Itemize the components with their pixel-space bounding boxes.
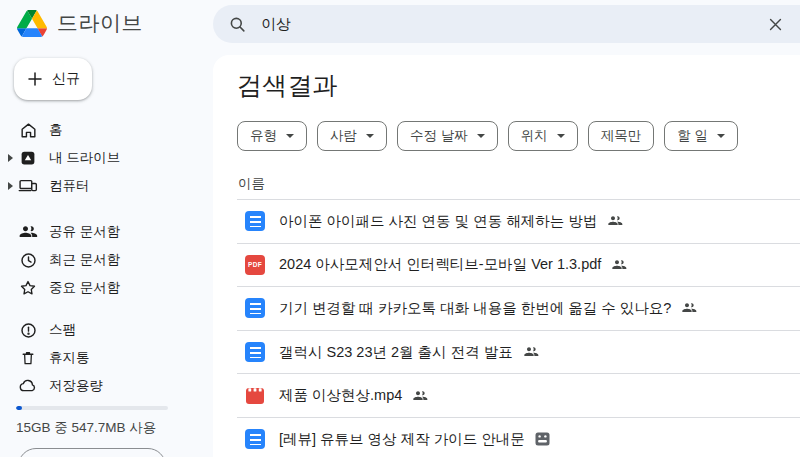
google-docs-icon bbox=[245, 342, 265, 362]
filter-chip-title-only[interactable]: 제목만 bbox=[588, 121, 655, 151]
google-docs-icon bbox=[245, 211, 265, 231]
device-badge-icon bbox=[535, 432, 550, 446]
sidebar-item-computers[interactable]: 컴퓨터 bbox=[0, 172, 213, 200]
sidebar-item-label: 휴지통 bbox=[49, 349, 90, 367]
google-drive-app: 드라이브 신규 bbox=[0, 0, 800, 457]
my-drive-icon bbox=[18, 148, 38, 168]
name-column-header[interactable]: 이름 bbox=[237, 175, 265, 193]
drive-home-link[interactable]: 드라이브 bbox=[0, 9, 213, 37]
chevron-down-icon bbox=[366, 134, 374, 138]
file-row[interactable]: 기기 변경할 때 카카오톡 대화 내용을 한번에 옮길 수 있나요? bbox=[237, 287, 800, 331]
filter-chip-todo[interactable]: 할 일 bbox=[664, 121, 738, 151]
sidebar-item-label: 스팸 bbox=[49, 321, 76, 339]
new-button[interactable]: 신규 bbox=[14, 58, 92, 100]
storage-progress-bar bbox=[16, 406, 168, 410]
search-results-list: 이름 아이폰 아이패드 사진 연동 및 연동 해제하는 방법 PDF bbox=[237, 174, 800, 457]
sidebar-item-label: 저장용량 bbox=[49, 377, 103, 395]
nav-group-secondary: 공유 문서함 최근 문서함 bbox=[0, 218, 213, 302]
video-icon bbox=[245, 386, 265, 406]
chevron-down-icon bbox=[477, 134, 485, 138]
sidebar-item-label: 내 드라이브 bbox=[49, 149, 120, 167]
chip-label: 제목만 bbox=[601, 127, 642, 145]
file-name: 아이폰 아이패드 사진 연동 및 연동 해제하는 방법 bbox=[279, 212, 597, 231]
shared-users-icon bbox=[607, 213, 623, 229]
chip-label: 사람 bbox=[330, 127, 357, 145]
sidebar-item-label: 중요 문서함 bbox=[49, 279, 120, 297]
sidebar-item-home[interactable]: 홈 bbox=[0, 116, 213, 144]
google-docs-icon bbox=[245, 429, 265, 449]
pdf-icon: PDF bbox=[245, 255, 265, 275]
file-row[interactable]: 아이폰 아이패드 사진 연동 및 연동 해제하는 방법 bbox=[237, 200, 800, 244]
close-icon[interactable] bbox=[767, 16, 784, 33]
page-title: 검색결과 bbox=[237, 69, 800, 102]
chevron-down-icon bbox=[557, 134, 565, 138]
search-input[interactable] bbox=[261, 16, 767, 33]
sidebar-item-spam[interactable]: 스팸 bbox=[0, 316, 213, 344]
star-icon bbox=[18, 278, 38, 298]
new-button-label: 신규 bbox=[52, 70, 80, 88]
file-rows: 아이폰 아이패드 사진 연동 및 연동 해제하는 방법 PDF 2024 아사모… bbox=[237, 199, 800, 457]
file-name: 2024 아사모제안서 인터렉티브-모바일 Ver 1.3.pdf bbox=[279, 255, 601, 274]
nav-group-tertiary: 스팸 휴지통 bbox=[0, 316, 213, 400]
file-row[interactable]: 갤럭시 S23 23년 2월 출시 전격 발표 bbox=[237, 331, 800, 375]
filter-chip-modified[interactable]: 수정 날짜 bbox=[397, 121, 498, 151]
cloud-icon bbox=[18, 376, 38, 396]
storage-progress-fill bbox=[16, 406, 22, 410]
trash-icon bbox=[18, 348, 38, 368]
file-name: 제품 이상현상.mp4 bbox=[279, 386, 402, 405]
shared-users-icon bbox=[412, 388, 428, 404]
storage-usage-text: 15GB 중 547.7MB 사용 bbox=[16, 419, 168, 437]
sidebar-item-label: 최근 문서함 bbox=[49, 251, 120, 269]
filter-chip-people[interactable]: 사람 bbox=[317, 121, 387, 151]
sidebar-item-starred[interactable]: 중요 문서함 bbox=[0, 274, 213, 302]
file-name: 기기 변경할 때 카카오톡 대화 내용을 한번에 옮길 수 있나요? bbox=[279, 299, 671, 318]
file-row[interactable]: 제품 이상현상.mp4 bbox=[237, 374, 800, 418]
chevron-down-icon bbox=[717, 134, 725, 138]
shared-users-icon bbox=[18, 222, 38, 242]
chevron-down-icon bbox=[286, 134, 294, 138]
chip-label: 수정 날짜 bbox=[410, 127, 468, 145]
sidebar-item-shared[interactable]: 공유 문서함 bbox=[0, 218, 213, 246]
computers-icon bbox=[18, 176, 38, 196]
google-docs-icon bbox=[245, 298, 265, 318]
expand-arrow-icon[interactable] bbox=[8, 182, 18, 190]
file-row[interactable]: PDF 2024 아사모제안서 인터렉티브-모바일 Ver 1.3.pdf bbox=[237, 244, 800, 288]
filter-chip-type[interactable]: 유형 bbox=[237, 121, 307, 151]
sidebar-item-my-drive[interactable]: 내 드라이브 bbox=[0, 144, 213, 172]
sidebar: 신규 홈 bbox=[0, 46, 213, 457]
filter-chips: 유형 사람 수정 날짜 위치 제목만 bbox=[237, 121, 800, 151]
clock-icon bbox=[18, 250, 38, 270]
chip-label: 위치 bbox=[521, 127, 548, 145]
google-drive-logo-icon bbox=[17, 10, 47, 37]
sidebar-item-label: 공유 문서함 bbox=[49, 223, 120, 241]
nav-group-primary: 홈 내 드라이브 bbox=[0, 116, 213, 200]
main-panel: 검색결과 유형 사람 수정 날짜 위치 bbox=[213, 55, 800, 457]
file-name: [레뷰] 유튜브 영상 제작 가이드 안내문 bbox=[279, 430, 525, 449]
sidebar-item-trash[interactable]: 휴지통 bbox=[0, 344, 213, 372]
chip-label: 할 일 bbox=[677, 127, 708, 145]
filter-chip-location[interactable]: 위치 bbox=[508, 121, 578, 151]
file-name: 갤럭시 S23 23년 2월 출시 전격 발표 bbox=[279, 343, 513, 362]
shared-users-icon bbox=[681, 300, 697, 316]
sidebar-item-storage[interactable]: 저장용량 bbox=[0, 372, 213, 400]
file-row[interactable]: [레뷰] 유튜브 영상 제작 가이드 안내문 bbox=[237, 418, 800, 457]
shared-users-icon bbox=[611, 257, 627, 273]
sidebar-item-label: 홈 bbox=[49, 121, 63, 139]
shared-users-icon bbox=[523, 344, 539, 360]
buy-storage-button[interactable] bbox=[18, 448, 166, 457]
plus-icon bbox=[26, 70, 44, 88]
sidebar-item-label: 컴퓨터 bbox=[49, 177, 90, 195]
expand-arrow-icon[interactable] bbox=[8, 154, 18, 162]
app-title: 드라이브 bbox=[57, 9, 143, 37]
top-bar: 드라이브 bbox=[0, 0, 800, 46]
sidebar-item-recent[interactable]: 최근 문서함 bbox=[0, 246, 213, 274]
spam-icon bbox=[18, 320, 38, 340]
search-icon[interactable] bbox=[228, 15, 247, 34]
chip-label: 유형 bbox=[250, 127, 277, 145]
home-icon bbox=[18, 120, 38, 140]
storage-section: 15GB 중 547.7MB 사용 bbox=[16, 406, 168, 437]
search-bar bbox=[213, 5, 800, 43]
